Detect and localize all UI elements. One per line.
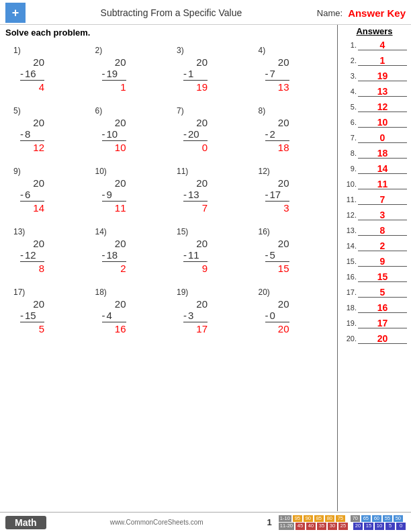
problems-grid: 1) 20 -16 4 2) 20 -19 1 3) 20 -1 19 4) 2… bbox=[5, 40, 332, 343]
problem-block: 20 -6 14 bbox=[20, 177, 85, 214]
num-answer: 1 bbox=[102, 81, 126, 93]
name-label: Name: bbox=[317, 8, 342, 18]
problem-number: 7) bbox=[177, 106, 248, 116]
num-top: 20 bbox=[102, 117, 126, 128]
answer-item-16: 16. 15 bbox=[342, 269, 407, 284]
problem-number: 19) bbox=[177, 287, 248, 297]
num-answer: 19 bbox=[183, 81, 208, 93]
answer-line: 5 bbox=[358, 287, 407, 298]
divider-line bbox=[265, 80, 289, 81]
problem-11: 11) 20 -13 7 bbox=[169, 161, 250, 222]
problem-block: 20 -10 10 bbox=[102, 117, 167, 153]
answer-item-18: 18. 16 bbox=[342, 300, 407, 315]
answer-item-8: 8. 18 bbox=[342, 146, 407, 161]
divider-line bbox=[183, 201, 208, 202]
problem-18: 18) 20 -4 16 bbox=[87, 282, 169, 343]
num-top: 20 bbox=[20, 117, 44, 128]
answer-num: 3. bbox=[342, 72, 357, 80]
answer-item-17: 17. 5 bbox=[342, 285, 407, 300]
num-answer: 18 bbox=[265, 142, 289, 153]
answer-item-11: 11. 7 bbox=[342, 192, 407, 207]
problem-block: 20 -2 18 bbox=[265, 117, 330, 153]
problem-number: 1) bbox=[13, 46, 85, 55]
problem-number: 5) bbox=[13, 106, 85, 116]
num-sub: -9 bbox=[102, 189, 126, 200]
answer-value: 15 bbox=[377, 272, 388, 281]
num-answer: 15 bbox=[265, 263, 289, 274]
answer-value: 20 bbox=[377, 334, 388, 343]
answer-num: 10. bbox=[342, 180, 357, 188]
answer-value: 2 bbox=[380, 241, 385, 251]
divider-line bbox=[102, 261, 126, 262]
divider-line bbox=[20, 140, 44, 141]
header: + Subtracting From a Specific Value Name… bbox=[0, 0, 411, 25]
answer-value: 12 bbox=[377, 102, 388, 112]
num-answer: 8 bbox=[20, 263, 44, 274]
num-top: 20 bbox=[183, 177, 208, 189]
num-top: 20 bbox=[20, 177, 44, 189]
problem-16: 16) 20 -5 15 bbox=[250, 222, 332, 282]
problem-5: 5) 20 -8 12 bbox=[5, 101, 87, 161]
answer-value: 1 bbox=[380, 56, 385, 65]
problem-number: 11) bbox=[177, 167, 248, 176]
problem-number: 17) bbox=[13, 287, 85, 297]
problem-block: 20 -11 9 bbox=[183, 238, 248, 274]
num-sub: -18 bbox=[102, 249, 126, 261]
problem-1: 1) 20 -16 4 bbox=[5, 40, 87, 101]
num-top: 20 bbox=[102, 238, 126, 249]
num-top: 20 bbox=[265, 298, 289, 310]
problem-number: 12) bbox=[259, 167, 330, 176]
answer-line: 4 bbox=[358, 40, 407, 50]
math-label: Math bbox=[5, 516, 46, 529]
answer-num: 2. bbox=[342, 56, 357, 64]
problem-number: 10) bbox=[95, 167, 167, 176]
answer-panel: Answers 1. 4 2. 1 3. 19 4. 13 5. 12 6. 1… bbox=[337, 25, 411, 511]
logo-icon: + bbox=[5, 3, 26, 23]
num-sub: -7 bbox=[265, 68, 289, 79]
answer-num: 15. bbox=[342, 257, 357, 265]
problem-6: 6) 20 -10 10 bbox=[87, 101, 169, 161]
answer-line: 17 bbox=[358, 318, 407, 328]
num-top: 20 bbox=[102, 298, 126, 310]
divider-line bbox=[183, 322, 208, 322]
problem-block: 20 -13 7 bbox=[183, 177, 248, 214]
footer-url: www.CommonCoreSheets.com bbox=[53, 519, 261, 526]
answer-item-13: 13. 8 bbox=[342, 223, 407, 238]
answer-item-9: 9. 14 bbox=[342, 161, 407, 176]
num-sub: -16 bbox=[20, 68, 44, 79]
answer-line: 9 bbox=[358, 257, 407, 267]
answer-num: 12. bbox=[342, 211, 357, 219]
num-answer: 14 bbox=[20, 202, 44, 214]
answer-item-6: 6. 10 bbox=[342, 115, 407, 130]
problem-number: 14) bbox=[95, 227, 167, 236]
problem-19: 19) 20 -3 17 bbox=[169, 282, 250, 343]
num-sub: -13 bbox=[183, 189, 208, 200]
answer-item-19: 19. 17 bbox=[342, 316, 407, 330]
divider-line bbox=[183, 80, 208, 81]
problem-block: 20 -19 1 bbox=[102, 56, 167, 93]
problem-block: 20 -3 17 bbox=[183, 298, 248, 335]
answer-value: 4 bbox=[380, 40, 385, 50]
num-sub: -19 bbox=[102, 68, 126, 79]
answer-line: 19 bbox=[358, 71, 407, 81]
num-sub: -17 bbox=[265, 189, 289, 200]
problem-4: 4) 20 -7 13 bbox=[250, 40, 332, 101]
problem-block: 20 -15 5 bbox=[20, 298, 85, 335]
problem-number: 3) bbox=[177, 46, 248, 55]
divider-line bbox=[183, 261, 208, 262]
answer-line: 8 bbox=[358, 226, 407, 236]
answer-value: 7 bbox=[380, 195, 385, 204]
divider-line bbox=[265, 322, 289, 322]
divider-line bbox=[265, 140, 289, 141]
num-answer: 13 bbox=[265, 81, 289, 93]
answer-item-15: 15. 9 bbox=[342, 254, 407, 269]
problem-block: 20 -4 16 bbox=[102, 298, 167, 335]
answer-item-2: 2. 1 bbox=[342, 53, 407, 68]
num-answer: 4 bbox=[20, 81, 44, 93]
num-answer: 16 bbox=[102, 323, 126, 335]
answer-line: 20 bbox=[358, 334, 407, 344]
num-sub: -10 bbox=[102, 128, 126, 140]
footer: Math www.CommonCoreSheets.com 1 1-10 95 … bbox=[0, 512, 411, 532]
footer-stats: 1-10 95 90 85 80 75 70 65 60 55 50 11-20… bbox=[279, 515, 406, 530]
problem-block: 20 -5 15 bbox=[265, 238, 330, 274]
